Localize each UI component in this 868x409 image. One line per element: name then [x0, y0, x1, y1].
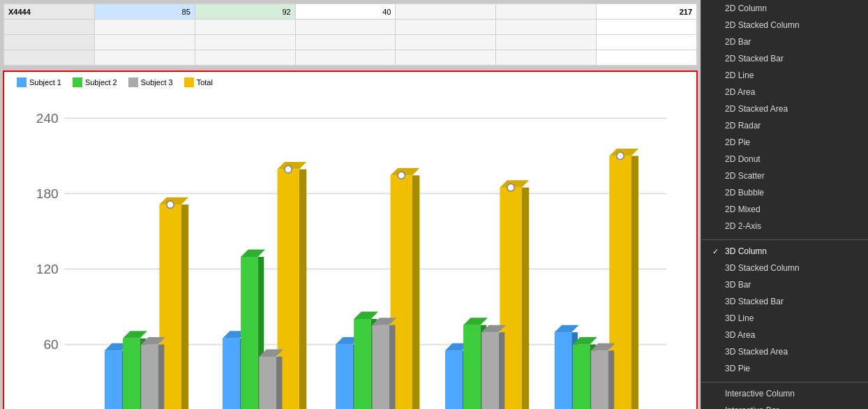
- table-cell[interactable]: 40: [295, 4, 396, 20]
- chart-type-option[interactable]: 3D Bar: [701, 276, 868, 293]
- table-cell[interactable]: 92: [195, 4, 295, 20]
- legend-item: Subject 2: [73, 77, 117, 87]
- chart-area: 240 180 120 60 0: [10, 93, 691, 409]
- table-cell-empty: [496, 35, 597, 50]
- chart-type-option[interactable]: 3D Stacked Bar: [701, 293, 868, 310]
- table-cell-empty: [496, 50, 597, 66]
- chart-type-option[interactable]: 2D Radar: [701, 117, 868, 134]
- table-cell-total: 217: [597, 4, 697, 20]
- table-row-label: X4444: [4, 4, 95, 20]
- table-cell[interactable]: [195, 20, 295, 35]
- chart-legend: Subject 1Subject 2Subject 3Total: [10, 77, 691, 87]
- svg-rect-22: [158, 345, 165, 409]
- svg-rect-30: [241, 257, 257, 409]
- legend-item: Total: [184, 77, 213, 87]
- chart-type-option[interactable]: 2D Scatter: [701, 168, 868, 184]
- chart-type-label: 2D Column: [725, 3, 767, 13]
- chart-type-option[interactable]: Interactive Bar: [701, 402, 868, 409]
- chart-type-menu: 2D Column 2D Stacked Column 2D Bar 2D St…: [701, 0, 868, 409]
- chart-type-option[interactable]: 3D Pie: [701, 360, 868, 377]
- svg-rect-59: [481, 332, 498, 409]
- svg-point-39: [398, 172, 405, 179]
- table-cell[interactable]: [295, 20, 396, 35]
- svg-marker-57: [463, 318, 488, 325]
- chart-type-option[interactable]: 2D Stacked Bar: [701, 50, 868, 67]
- chart-type-label: 3D Pie: [725, 364, 750, 373]
- legend-label: Subject 2: [85, 78, 117, 87]
- chart-type-label: 3D Stacked Area: [725, 347, 788, 357]
- svg-rect-64: [631, 156, 638, 409]
- svg-rect-51: [522, 188, 529, 409]
- svg-rect-48: [389, 325, 396, 409]
- chart-type-label: 3D Column: [725, 246, 767, 256]
- menu-divider: [701, 377, 868, 382]
- chart-type-option[interactable]: 3D Line: [701, 310, 868, 327]
- legend-color-box: [128, 77, 138, 87]
- chart-type-option[interactable]: 2D Line: [701, 67, 868, 84]
- svg-rect-56: [463, 325, 480, 409]
- table-cell[interactable]: [195, 50, 295, 66]
- table-cell[interactable]: [195, 35, 295, 50]
- chart-type-option[interactable]: 2D Mixed: [701, 201, 868, 218]
- svg-rect-20: [141, 345, 158, 409]
- chart-type-label: Interactive Bar: [725, 406, 779, 409]
- chart-type-label: 2D Pie: [725, 137, 750, 147]
- svg-marker-18: [123, 331, 147, 338]
- main-area: X4444859240217 Subject 1Subject 2Subject…: [0, 0, 701, 409]
- table-cell[interactable]: [95, 50, 195, 66]
- menu-divider: [701, 235, 868, 240]
- svg-rect-33: [259, 357, 276, 409]
- table-cell[interactable]: [295, 35, 396, 50]
- svg-rect-69: [573, 345, 590, 409]
- chart-type-option[interactable]: 3D Stacked Column: [701, 260, 868, 276]
- table-cell[interactable]: [95, 35, 195, 50]
- svg-rect-25: [299, 170, 306, 409]
- legend-label: Subject 3: [141, 78, 173, 87]
- svg-rect-43: [354, 319, 371, 409]
- table-cell[interactable]: [295, 50, 396, 66]
- svg-text:240: 240: [36, 111, 59, 126]
- chart-type-option[interactable]: 2D Donut: [701, 151, 868, 168]
- svg-marker-31: [241, 250, 265, 257]
- svg-point-26: [285, 165, 292, 172]
- chart-type-label: 3D Bar: [725, 280, 751, 290]
- legend-color-box: [184, 77, 194, 87]
- svg-point-13: [167, 201, 174, 208]
- chart-type-option[interactable]: 2D Bubble: [701, 184, 868, 201]
- svg-point-52: [507, 184, 514, 191]
- chart-type-option[interactable]: 3D Area: [701, 327, 868, 343]
- chart-type-label: 3D Area: [725, 330, 755, 340]
- chart-type-option[interactable]: ✓3D Column: [701, 243, 868, 260]
- chart-type-label: 2D Donut: [725, 154, 761, 164]
- legend-color-box: [17, 77, 27, 87]
- table-cell-empty: [396, 20, 496, 35]
- chart-type-label: 2D Line: [725, 70, 754, 80]
- data-table-section: X4444859240217: [3, 3, 698, 66]
- chart-type-option[interactable]: 2D Stacked Column: [701, 17, 868, 34]
- table-cell-empty: [496, 20, 597, 35]
- chart-type-option[interactable]: 2D Area: [701, 84, 868, 101]
- svg-rect-53: [445, 350, 462, 409]
- svg-rect-17: [123, 339, 140, 409]
- chart-type-label: 2D Bubble: [725, 188, 764, 198]
- chart-type-option[interactable]: 2D Bar: [701, 34, 868, 50]
- svg-rect-12: [181, 204, 188, 409]
- table-cell[interactable]: 85: [95, 4, 195, 20]
- chart-type-label: 2D Stacked Area: [725, 104, 788, 114]
- table-row-label: [4, 35, 95, 50]
- table-cell-empty: [496, 4, 597, 20]
- table-cell-total: [597, 35, 697, 50]
- table-cell[interactable]: [95, 20, 195, 35]
- chart-section: Subject 1Subject 2Subject 3Total 240 180…: [3, 70, 698, 409]
- chart-type-option[interactable]: 2D Stacked Area: [701, 101, 868, 117]
- chart-type-option[interactable]: Interactive Column: [701, 385, 868, 402]
- table-cell-total: [597, 50, 697, 66]
- chart-type-label: 2D Radar: [725, 121, 761, 131]
- chart-type-option[interactable]: 2D Column: [701, 0, 868, 17]
- table-cell-empty: [396, 35, 496, 50]
- chart-type-option[interactable]: 2D Pie: [701, 134, 868, 151]
- svg-point-65: [617, 152, 624, 159]
- chart-type-option[interactable]: 2D 2-Axis: [701, 218, 868, 235]
- chart-type-option[interactable]: 3D Stacked Area: [701, 343, 868, 360]
- table-cell-empty: [396, 4, 496, 20]
